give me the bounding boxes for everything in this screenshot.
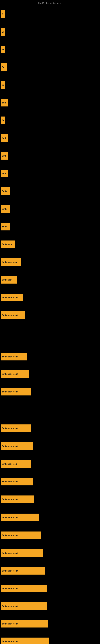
bar-row: Bott [0,148,8,164]
bar-row: Bottleneck result [0,491,34,507]
bar-row: Bottleneck result [0,348,27,365]
bar-label: Bottleneck result [1,424,31,432]
bar-label: Bo [1,116,5,124]
bar-row: Bottleneck result [0,307,25,323]
bar-row: Bottleneck result [0,545,43,561]
bar-row: Bottleneck resu [0,456,31,472]
bar-row: Bottle [0,183,10,199]
bar-label: Bo [1,81,5,89]
bar-row: Bott [0,166,8,182]
bar-row: Bottleneck result [0,598,47,614]
bar-row: Bottleneck result [0,563,45,579]
bar-row: Bottle [0,201,10,217]
bar-label: Bottleneck result [1,585,47,592]
bar-label: Bottle [1,205,10,213]
site-title: TheBottlenecker.com [0,0,100,6]
bar-label: Bottleneck result [1,478,33,486]
bar-row: Bottleneck result [0,366,29,382]
bar-label: Bottle [1,187,10,195]
bar-label: Bottleneck result [1,602,47,610]
bar-label: Bottleneck result [1,370,29,378]
bar-label: Bo [1,46,5,53]
bar-row: Bo [0,24,5,40]
bar-label: Bottleneck result [1,638,49,644]
bar-label: Bottleneck [1,240,15,248]
bar-row: Bo [0,42,5,58]
bar-label: Bot [1,64,7,71]
bar-label: Bottleneck result [1,549,43,557]
bar-label: Bottleneck resu [1,460,31,468]
bar-label: Bottleneck result [1,532,41,539]
bar-label: Bottleneck resu [1,258,21,266]
bar-label: Bott [1,99,8,106]
bar-row: Bottleneck result [0,384,31,400]
bar-row: Bottleneck result [0,438,33,454]
bar-label: Bottle [1,223,10,230]
bar-label: Bottleneck result [1,442,33,450]
bar-label: Bottleneck result [1,620,48,628]
bar-row: Bot [0,59,7,75]
bar-label: Bottleneck result [1,388,31,396]
bar-row: Bottleneck result [0,420,31,436]
bar-row: Bottleneck [0,236,15,252]
bar-row: Bottleneck result [0,527,41,544]
bar-label: Bottleneck result [1,514,39,521]
bar-row: Bottleneck result [0,509,39,526]
bar-row: Bott [0,94,8,111]
bar-label: B [1,10,4,18]
bar-label: Bottleneck result [1,496,34,503]
bar-row: Bottleneck resu [0,254,21,270]
bar-row: Bottleneck result [0,580,47,596]
bar-label: Bottleneck result [1,311,25,319]
bar-row: Bottleneck result [0,474,33,490]
bar-label: Bottleneck result [1,353,27,360]
bar-row: Bottleneck result [0,616,48,632]
bar-label: Bottleneck r [1,276,17,284]
bar-row: Bottleneck r [0,272,17,288]
bar-row: Bottleneck result [0,633,49,644]
bar-label: Bott [1,152,8,160]
bar-row: Bott [0,130,8,146]
bar-label: Bott [1,134,8,142]
bar-row: Bo [0,112,5,128]
bar-label: Bottleneck result [1,567,45,574]
bar-row: Bottleneck result [0,290,23,306]
bar-label: Bo [1,28,5,36]
bar-label: Bottleneck result [1,294,23,301]
bar-row: Bottle [0,218,10,235]
bar-row: Bo [0,77,5,93]
bar-label: Bott [1,170,8,177]
bar-row: B [0,6,4,22]
